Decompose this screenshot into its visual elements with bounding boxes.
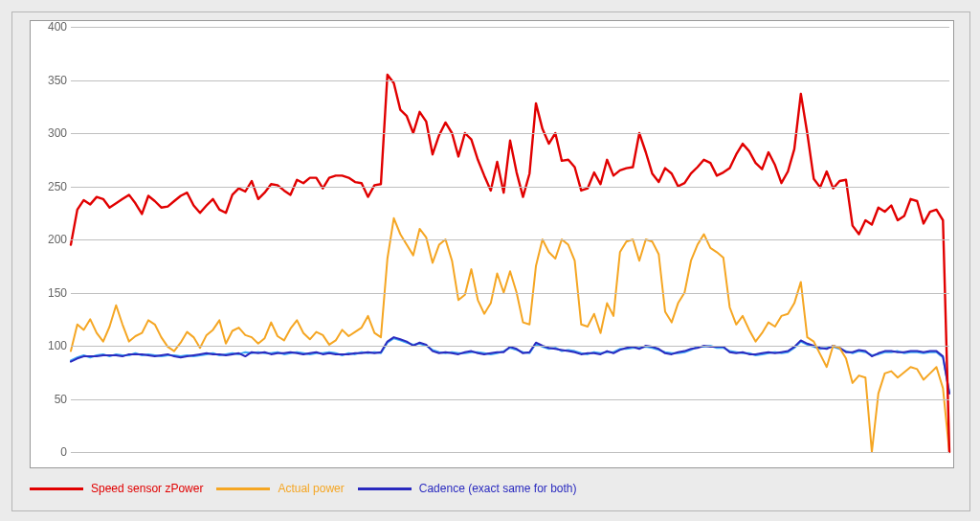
gridline [71, 452, 949, 453]
legend-label: Actual power [278, 482, 344, 495]
y-tick-label: 400 [34, 20, 67, 34]
legend-item-speed: Speed sensor zPower [30, 482, 203, 495]
legend-item-actual: Actual power [216, 482, 344, 495]
legend-swatch-icon [216, 487, 270, 490]
gridline [71, 187, 949, 188]
y-tick-label: 100 [34, 339, 67, 352]
legend-item-cadence: Cadence (exact same for both) [358, 482, 577, 495]
y-tick-label: 50 [34, 393, 67, 406]
plot-frame: 050100150200250300350400 [30, 20, 954, 468]
legend-label: Cadence (exact same for both) [419, 482, 577, 495]
y-tick-label: 200 [34, 233, 67, 246]
plot-area: 050100150200250300350400 [71, 27, 949, 452]
gridline [71, 399, 949, 400]
gridline [71, 293, 949, 294]
series-line [71, 218, 949, 452]
gridline [71, 27, 949, 28]
legend-swatch-icon [358, 487, 412, 490]
y-tick-label: 150 [34, 286, 67, 300]
legend-swatch-icon [30, 487, 83, 490]
gridline [71, 239, 949, 240]
y-tick-label: 250 [34, 180, 67, 193]
gridline [71, 346, 949, 347]
series-line [71, 75, 949, 452]
gridline [71, 80, 949, 81]
y-tick-label: 300 [34, 126, 67, 140]
y-tick-label: 0 [34, 445, 67, 459]
gridline [71, 133, 949, 134]
y-tick-label: 350 [34, 74, 67, 87]
chart-panel: 050100150200250300350400 Speed sensor zP… [11, 11, 970, 511]
legend-label: Speed sensor zPower [91, 482, 203, 495]
legend: Speed sensor zPower Actual power Cadence… [30, 474, 577, 503]
